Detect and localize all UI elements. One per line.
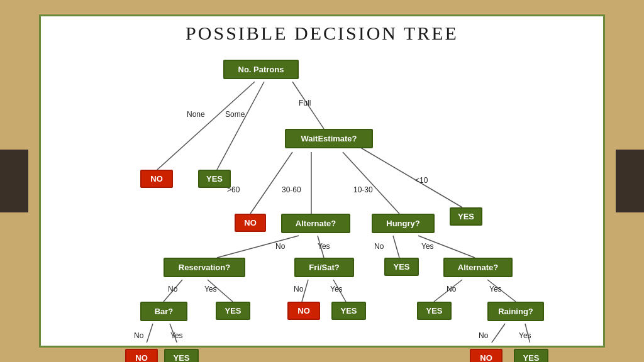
label-no2: No bbox=[374, 242, 384, 251]
node-no5: NO bbox=[470, 349, 502, 362]
svg-line-6 bbox=[355, 145, 462, 207]
node-bar: Bar? bbox=[140, 302, 187, 321]
label-yes7: Yes bbox=[519, 331, 531, 340]
node-yes6: YES bbox=[417, 302, 452, 320]
node-alternate2: Alternate? bbox=[443, 258, 513, 277]
svg-line-5 bbox=[343, 152, 399, 214]
label-yes6: Yes bbox=[170, 331, 183, 340]
node-wait: WaitEstimate? bbox=[285, 129, 373, 148]
node-no3: NO bbox=[287, 302, 320, 320]
label-no1: No bbox=[275, 242, 285, 251]
tree-container: None Some Full >60 30-60 10-30 <10 No Ye… bbox=[47, 47, 597, 343]
svg-line-0 bbox=[157, 82, 255, 170]
node-yes2: YES bbox=[450, 207, 482, 226]
tree-svg bbox=[47, 47, 597, 343]
node-frisat: Fri/Sat? bbox=[294, 258, 354, 277]
node-yes1: YES bbox=[198, 170, 231, 188]
label-no4: No bbox=[294, 285, 303, 293]
node-yes5: YES bbox=[331, 302, 366, 320]
label-yes3: Yes bbox=[204, 285, 217, 293]
label-no3: No bbox=[168, 285, 177, 293]
label-yes4: Yes bbox=[330, 285, 343, 293]
node-yes4: YES bbox=[216, 302, 250, 320]
svg-line-9 bbox=[393, 236, 399, 258]
label-lt10: <10 bbox=[415, 176, 428, 185]
label-yes5: Yes bbox=[489, 285, 502, 293]
node-alternate1: Alternate? bbox=[281, 214, 350, 233]
label-some: Some bbox=[225, 110, 245, 119]
label-no7: No bbox=[479, 331, 488, 340]
slide: Possible Decision Tree bbox=[39, 14, 605, 348]
label-1030: 10-30 bbox=[353, 185, 373, 194]
svg-line-3 bbox=[250, 152, 292, 214]
label-yes2: Yes bbox=[421, 242, 434, 251]
label-no6: No bbox=[134, 331, 143, 340]
label-no5: No bbox=[447, 285, 456, 293]
node-yes8: YES bbox=[514, 349, 548, 362]
slide-title: Possible Decision Tree bbox=[47, 23, 597, 44]
svg-line-7 bbox=[217, 236, 299, 258]
svg-line-19 bbox=[487, 324, 505, 343]
node-raining: Raining? bbox=[487, 302, 544, 321]
node-no2: NO bbox=[235, 214, 266, 232]
label-yes1: Yes bbox=[318, 242, 330, 251]
node-hungry: Hungry? bbox=[372, 214, 435, 233]
label-full: Full bbox=[299, 99, 311, 107]
node-yes7: YES bbox=[164, 349, 199, 362]
label-3060: 30-60 bbox=[282, 185, 301, 194]
node-no4: NO bbox=[125, 349, 158, 362]
node-reservation: Reservation? bbox=[164, 258, 245, 277]
node-no1: NO bbox=[140, 170, 173, 188]
svg-line-17 bbox=[145, 324, 153, 343]
label-none: None bbox=[187, 110, 205, 119]
svg-line-1 bbox=[217, 82, 264, 170]
node-yes3: YES bbox=[384, 258, 419, 276]
node-patrons: No. Patrons bbox=[223, 60, 299, 79]
